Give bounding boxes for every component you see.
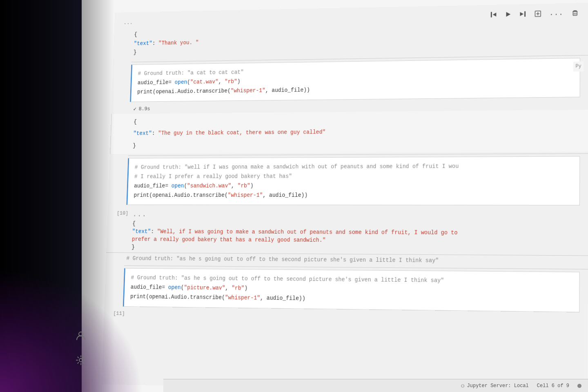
svg-point-1 (79, 359, 82, 362)
svg-marker-5 (520, 12, 523, 16)
code-cell-sandwich[interactable]: # Ground truth: "well if I was gonna mak… (126, 156, 580, 206)
link-icon: ⚇ (461, 382, 464, 389)
code-line-print-sandwich: print(openai.Audio.transcribe("whisper-1… (134, 191, 573, 200)
wide-output-picture: # Ground truth: "as he s going out to of… (106, 252, 588, 267)
notebook-area: ··· ... { "text": "Thank (82, 0, 588, 392)
delete-button[interactable] (570, 8, 581, 20)
svg-marker-3 (492, 13, 496, 17)
user-icon[interactable] (74, 328, 88, 343)
sidebar (74, 328, 88, 368)
output-cell-cat: { "text": "The guy in the black coat, th… (110, 109, 588, 154)
code-line-comment-sandwich-1: # Ground truth: "well if I was gonna mak… (134, 162, 573, 173)
cell-toolbar: ··· (488, 8, 581, 22)
add-cell-button[interactable] (532, 9, 543, 21)
top-partial-section: ··· ... { "text": "Thank (113, 3, 588, 61)
svg-rect-2 (490, 12, 492, 18)
exec-time-value: 8.9s (138, 106, 150, 111)
run-below-button[interactable] (517, 9, 528, 21)
run-button[interactable] (503, 9, 512, 21)
settings-icon[interactable] (74, 353, 88, 368)
code-cell-picture[interactable]: # Ground truth: "as he s going out to of… (123, 268, 580, 312)
output-num-11: [11] (110, 310, 125, 316)
separator-2 (128, 154, 588, 156)
cell-count: Cell 6 of 9 (537, 383, 569, 389)
server-info: ⚇ Jupyter Server: Local (461, 382, 529, 389)
notebook-content: ··· ... { "text": "Thank (102, 3, 588, 392)
output-dots: ... (131, 209, 588, 221)
kernel-indicator (577, 384, 581, 388)
run-above-button[interactable] (488, 9, 499, 22)
output-content-sandwich: ... { "text": "Well, if I was going to m… (130, 209, 588, 254)
wide-comment-picture: # Ground truth: "as he s going out to of… (126, 255, 439, 264)
output-num-10: [10] (114, 210, 129, 216)
server-label: Jupyter Server: Local (467, 383, 529, 389)
svg-rect-10 (573, 11, 577, 16)
svg-rect-6 (524, 11, 526, 17)
status-bar: ⚇ Jupyter Server: Local Cell 6 of 9 (163, 379, 588, 392)
output-area-sandwich: [10] ... { "text": "Well, if I was going… (106, 207, 588, 256)
code-line-comment-sandwich-2: # I really I prefer a really good bakery… (134, 171, 573, 181)
output-text-cat: "text": "The guy in the black coat, ther… (133, 122, 580, 141)
language-label: Py (573, 62, 584, 71)
more-button[interactable]: ··· (548, 9, 565, 20)
svg-marker-4 (506, 12, 510, 17)
code-line-audio-sandwich: audio_file= open("sandwich.wav", "rb") (134, 181, 573, 191)
code-cell-cat[interactable]: # Ground truth: "a cat to cat cat" audio… (130, 58, 580, 102)
